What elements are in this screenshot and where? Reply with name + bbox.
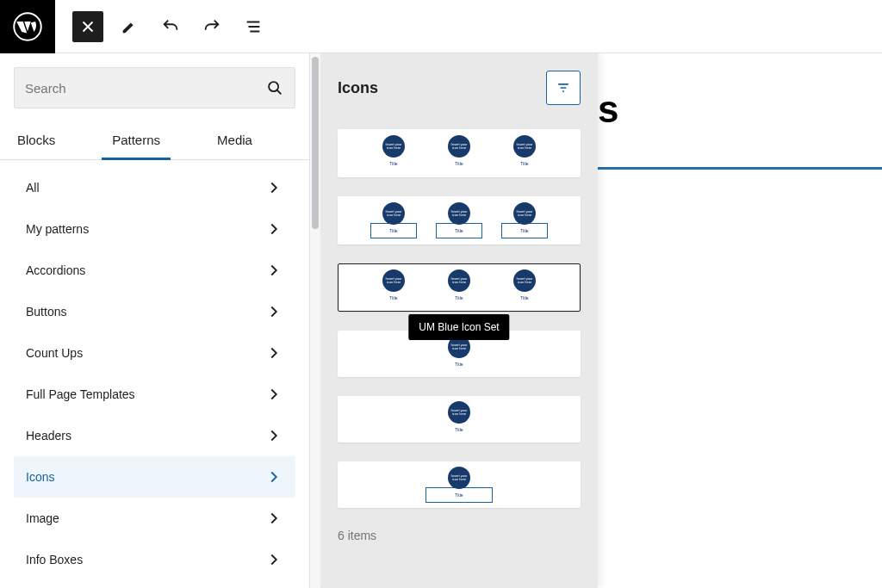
scrollbar[interactable]: [310, 53, 320, 588]
category-full-page-templates[interactable]: Full Page Templates: [14, 374, 295, 415]
chevron-right-icon: [264, 550, 283, 569]
search-input-wrap[interactable]: [14, 67, 295, 108]
pattern-mini: Insert your icon hereTitle: [436, 336, 482, 372]
category-label: Accordions: [26, 263, 85, 277]
pattern-mini: Insert your icon hereTitle: [436, 269, 482, 306]
pattern-mini: Insert your icon hereTitle: [370, 269, 417, 306]
category-label: Headers: [26, 429, 71, 443]
tab-blocks[interactable]: Blocks: [14, 122, 59, 159]
chevron-right-icon: [264, 426, 283, 445]
category-all[interactable]: All: [14, 167, 295, 208]
category-icons[interactable]: Icons: [14, 456, 295, 498]
pattern-mini: Insert your icon hereTitle: [436, 401, 482, 437]
redo-button[interactable]: [196, 11, 227, 42]
pattern-mini: Insert your icon hereTitle: [436, 135, 482, 171]
tab-media[interactable]: Media: [214, 122, 256, 159]
category-label: My patterns: [26, 222, 89, 236]
pattern-mini: Insert your icon hereTitle: [501, 269, 548, 306]
category-buttons[interactable]: Buttons: [14, 291, 295, 332]
chevron-right-icon: [264, 178, 283, 197]
pattern-mini: Insert your icon hereTitle: [370, 202, 417, 238]
patterns-preview-panel: Icons Insert your icon hereTitle Insert …: [320, 53, 598, 588]
category-label: Image: [26, 511, 59, 525]
scrollbar-thumb[interactable]: [312, 57, 319, 229]
tab-patterns[interactable]: Patterns: [109, 122, 164, 159]
category-headers[interactable]: Headers: [14, 415, 295, 456]
category-info-boxes[interactable]: Info Boxes: [14, 539, 295, 580]
svg-point-1: [269, 82, 278, 91]
pattern-card[interactable]: Insert your icon hereTitle Insert your i…: [338, 129, 581, 177]
chevron-right-icon: [264, 467, 283, 486]
undo-button[interactable]: [155, 11, 186, 42]
pattern-mini: Insert your icon hereTitle: [425, 467, 493, 503]
category-accordions[interactable]: Accordions: [14, 250, 295, 291]
inserter-tabs: Blocks Patterns Media: [0, 122, 309, 160]
page-title-fragment: s: [598, 88, 882, 131]
pattern-card[interactable]: Insert your icon hereTitle Insert your i…: [338, 196, 581, 244]
chevron-right-icon: [264, 344, 283, 362]
document-overview-button[interactable]: [238, 11, 269, 42]
category-label: All: [26, 181, 40, 195]
category-label: Info Boxes: [26, 553, 83, 566]
category-label: Full Page Templates: [26, 387, 135, 401]
category-my-patterns[interactable]: My patterns: [14, 208, 295, 250]
category-image[interactable]: Image: [14, 498, 295, 539]
pattern-card[interactable]: Insert your icon hereTitle: [338, 461, 581, 508]
category-count-ups[interactable]: Count Ups: [14, 332, 295, 374]
chevron-right-icon: [264, 220, 283, 238]
pattern-category-list: All My patterns Accordions Buttons Count…: [0, 160, 309, 587]
pattern-mini: Insert your icon hereTitle: [501, 135, 548, 171]
pattern-mini: Insert your icon hereTitle: [436, 202, 482, 238]
pattern-tooltip: UM Blue Icon Set: [408, 314, 509, 340]
pattern-mini: Insert your icon hereTitle: [501, 202, 548, 238]
edit-tool-button[interactable]: [114, 11, 145, 42]
search-icon: [265, 78, 284, 97]
wordpress-logo[interactable]: [0, 0, 55, 53]
patterns-panel-title: Icons: [338, 79, 378, 97]
chevron-right-icon: [264, 302, 283, 321]
category-label: Count Ups: [26, 346, 83, 360]
chevron-right-icon: [264, 261, 283, 280]
filter-button[interactable]: [546, 71, 581, 105]
pattern-mini: Insert your icon hereTitle: [370, 135, 417, 171]
chevron-right-icon: [264, 385, 283, 404]
category-label: Icons: [26, 470, 54, 484]
chevron-right-icon: [264, 509, 283, 528]
pattern-card-selected[interactable]: Insert your icon hereTitle Insert your i…: [338, 263, 581, 312]
canvas-separator: [598, 167, 882, 170]
items-count: 6 items: [338, 529, 581, 542]
close-inserter-button[interactable]: [72, 11, 103, 42]
pattern-card[interactable]: Insert your icon hereTitle: [338, 396, 581, 443]
search-input[interactable]: [25, 81, 265, 96]
category-label: Buttons: [26, 305, 66, 319]
editor-canvas[interactable]: s: [598, 53, 882, 588]
